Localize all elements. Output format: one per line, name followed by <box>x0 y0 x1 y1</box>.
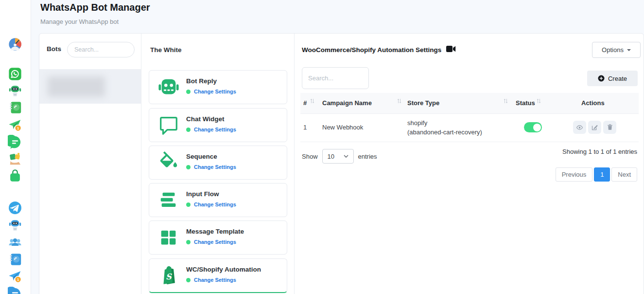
delete-button[interactable] <box>603 121 616 134</box>
automation-settings-panel: WooCommerce/Shopify Automation Settings … <box>295 34 644 294</box>
view-button[interactable] <box>573 121 586 134</box>
change-settings-link[interactable]: Change Settings <box>194 164 236 170</box>
page-size-control: Show 10 entries <box>302 149 377 164</box>
whatsapp-chat-icon[interactable] <box>8 135 22 149</box>
card-message-template[interactable]: Message Template Change Settings <box>149 220 287 255</box>
column-header-num[interactable]: # <box>303 93 307 113</box>
card-input-flow[interactable]: Input Flow Change Settings <box>149 183 287 217</box>
telegram-group-icon[interactable] <box>8 235 22 250</box>
chat-widget-icon <box>157 114 180 136</box>
settings-panel-title-text: WooCommerce/Shopify Automation Settings <box>302 46 441 54</box>
whatsapp-bot-icon[interactable] <box>8 83 22 98</box>
input-flow-icon <box>157 189 180 211</box>
change-settings-link[interactable]: Change Settings <box>194 127 236 132</box>
whatsapp-icon[interactable] <box>8 67 22 81</box>
options-button[interactable]: Options <box>592 42 641 58</box>
main-card: Bots The White Bot Reply Change Settings… <box>39 33 644 294</box>
selected-bot-name: The White <box>150 46 182 54</box>
card-title: Chat Widget <box>186 115 225 123</box>
sort-icon[interactable] <box>397 97 401 106</box>
telegram-campaign-icon[interactable]: 1 <box>8 269 22 284</box>
telegram-chat-icon[interactable] <box>8 287 22 294</box>
status-dot <box>186 128 191 132</box>
shopify-icon: S <box>157 264 180 287</box>
chevron-down-icon <box>627 49 631 51</box>
previous-page-button[interactable]: Previous <box>556 167 593 182</box>
status-dot <box>186 165 191 169</box>
bot-reply-icon <box>157 76 180 98</box>
bots-panel-label: Bots <box>47 45 61 53</box>
store-type-line2: (abandoned-cart-recovery) <box>407 129 482 136</box>
shopify-letter: S <box>166 272 172 281</box>
column-header-actions: Actions <box>581 93 605 113</box>
card-sequence[interactable]: Sequence Change Settings <box>149 146 287 180</box>
page-subtitle: Manage your WhatsApp bot <box>40 18 119 25</box>
campaign-badge-count: 1 <box>17 277 19 282</box>
create-button-label: Create <box>608 75 627 82</box>
page-title: WhatsApp Bot Manager <box>40 2 150 13</box>
dashboard-gauge-icon[interactable] <box>8 37 22 52</box>
plus-circle-icon <box>598 75 605 82</box>
table-header: # Campaign Name Store Type Status Action… <box>300 93 639 114</box>
integrations-icon[interactable] <box>8 152 22 166</box>
change-settings-link[interactable]: Change Settings <box>194 202 236 207</box>
previous-label: Previous <box>562 171 587 178</box>
card-title: WC/Shopify Automation <box>186 266 261 273</box>
whatsapp-contacts-icon[interactable] <box>8 100 22 115</box>
telegram-icon[interactable] <box>8 201 22 215</box>
store-bag-icon[interactable] <box>8 168 22 183</box>
change-settings-link[interactable]: Change Settings <box>194 239 236 245</box>
pagination: Previous 1 Next <box>556 167 637 182</box>
status-dot <box>186 278 191 282</box>
sort-icon[interactable] <box>310 97 314 106</box>
sequence-icon <box>157 151 180 174</box>
create-button[interactable]: Create <box>587 71 638 86</box>
video-tutorial-icon[interactable] <box>446 46 456 54</box>
card-title: Bot Reply <box>186 77 217 85</box>
page-number: 1 <box>600 171 604 178</box>
whatsapp-bot-manager-page: { "page": { "title": "WhatsApp Bot Manag… <box>0 0 644 294</box>
message-template-icon <box>157 226 180 249</box>
row-actions <box>573 121 616 134</box>
whatsapp-campaign-icon[interactable]: 1 <box>8 118 22 132</box>
bot-list-item-selected[interactable] <box>39 69 141 104</box>
telegram-bot-icon[interactable] <box>8 218 22 232</box>
column-header-status[interactable]: Status <box>516 93 535 113</box>
entries-label: entries <box>358 153 377 160</box>
change-settings-link[interactable]: Change Settings <box>194 89 236 94</box>
bot-name-redacted <box>48 76 105 97</box>
next-label: Next <box>618 171 631 178</box>
column-header-campaign[interactable]: Campaign Name <box>322 93 372 113</box>
table-row: 1 New Webhook shopify (abandoned-cart-re… <box>300 113 639 142</box>
show-label: Show <box>302 153 318 160</box>
options-button-label: Options <box>602 46 624 54</box>
status-dot <box>186 202 191 207</box>
column-header-store[interactable]: Store Type <box>407 93 439 113</box>
settings-panel-title: WooCommerce/Shopify Automation Settings <box>302 46 456 54</box>
entries-summary: Showing 1 to 1 of 1 entries <box>562 148 637 155</box>
sort-icon[interactable] <box>537 97 541 106</box>
campaign-badge-count: 1 <box>17 126 19 130</box>
row-num: 1 <box>303 124 307 131</box>
card-bot-reply[interactable]: Bot Reply Change Settings <box>149 70 287 104</box>
card-title: Input Flow <box>186 190 219 198</box>
next-page-button[interactable]: Next <box>611 167 637 182</box>
sort-icon[interactable] <box>504 97 508 106</box>
telegram-contacts-icon[interactable] <box>8 252 22 267</box>
row-campaign-name: New Webhook <box>322 124 363 131</box>
page-1-button[interactable]: 1 <box>594 167 610 182</box>
page-size-select[interactable]: 10 <box>322 149 354 164</box>
table-search-input[interactable] <box>302 67 369 89</box>
column-divider <box>141 34 141 294</box>
card-title: Message Template <box>186 228 244 235</box>
chevron-down-icon <box>344 155 348 158</box>
status-toggle-on[interactable] <box>524 122 542 132</box>
card-wc-shopify-automation[interactable]: S WC/Shopify Automation Change Settings <box>149 258 287 293</box>
store-type-line1: shopify <box>407 119 427 127</box>
bots-search-input[interactable] <box>67 42 135 57</box>
card-chat-widget[interactable]: Chat Widget Change Settings <box>149 108 287 142</box>
card-title: Sequence <box>186 153 217 160</box>
change-settings-link[interactable]: Change Settings <box>194 277 236 283</box>
status-dot <box>186 90 191 94</box>
edit-button[interactable] <box>588 121 601 134</box>
